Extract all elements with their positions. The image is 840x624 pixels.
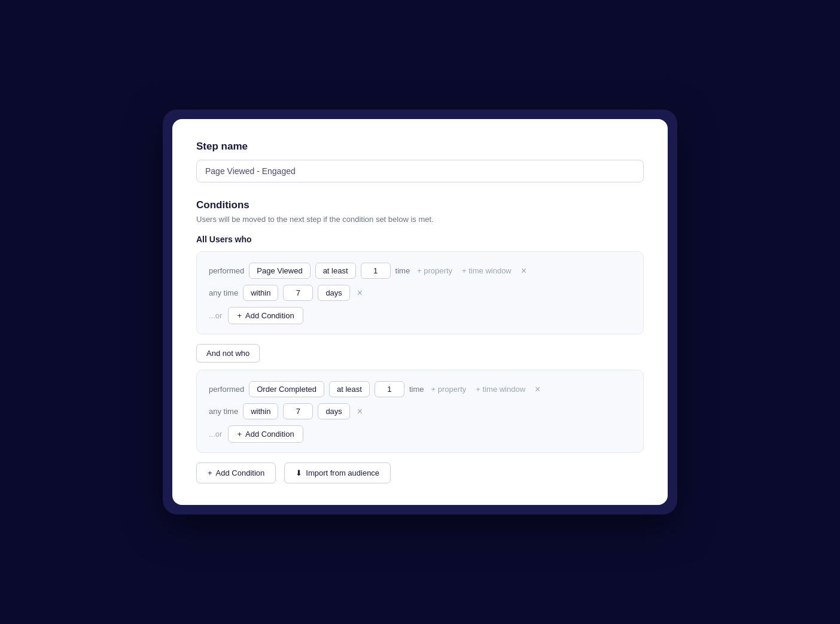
- time-window-link-2[interactable]: + time window: [473, 385, 528, 394]
- bottom-actions: + Add Condition ⬇ Import from audience: [196, 462, 644, 483]
- performed-label-1: performed: [209, 266, 244, 275]
- add-condition-btn-2[interactable]: + Add Condition: [228, 425, 303, 443]
- conditions-heading: Conditions: [196, 199, 644, 211]
- or-row-1: ...or + Add Condition: [209, 307, 631, 324]
- plus-icon-1: +: [237, 311, 242, 320]
- within-btn-2[interactable]: within: [243, 403, 278, 419]
- time-row-1: any time within days ×: [209, 285, 631, 301]
- time-label-2: time: [409, 385, 424, 394]
- step-name-label: Step name: [196, 141, 644, 153]
- remove-time-2[interactable]: ×: [357, 406, 363, 417]
- condition-row-2: performed Order Completed at least time …: [209, 381, 631, 397]
- bottom-add-condition-label: Add Condition: [216, 468, 265, 477]
- add-condition-btn-1[interactable]: + Add Condition: [228, 307, 303, 324]
- plus-icon-bottom: +: [208, 468, 212, 477]
- add-condition-text-2: Add Condition: [245, 430, 294, 439]
- count-input-1[interactable]: [361, 263, 391, 279]
- all-users-label: All Users who: [196, 235, 644, 244]
- any-time-label-1: any time: [209, 288, 238, 297]
- days-count-input-2[interactable]: [283, 403, 313, 419]
- performed-label-2: performed: [209, 385, 244, 394]
- any-time-label-2: any time: [209, 407, 238, 416]
- time-window-link-1[interactable]: + time window: [459, 266, 514, 275]
- download-icon: ⬇: [296, 468, 302, 477]
- plus-icon-2: +: [237, 430, 242, 439]
- days-count-input-1[interactable]: [283, 285, 313, 301]
- frequency-btn-1[interactable]: at least: [315, 263, 356, 279]
- remove-time-1[interactable]: ×: [357, 288, 363, 299]
- conditions-desc: Users will be moved to the next step if …: [196, 215, 644, 224]
- remove-condition-2[interactable]: ×: [535, 384, 540, 395]
- time-label-1: time: [395, 266, 410, 275]
- or-row-2: ...or + Add Condition: [209, 425, 631, 443]
- property-link-1[interactable]: + property: [415, 266, 455, 275]
- card: Step name Conditions Users will be moved…: [172, 119, 668, 505]
- time-row-2: any time within days ×: [209, 403, 631, 419]
- import-label: Import from audience: [306, 468, 379, 477]
- days-btn-2[interactable]: days: [318, 403, 349, 419]
- condition-block-1: performed Page Viewed at least time + pr…: [196, 251, 644, 334]
- or-label-1: ...or: [209, 311, 222, 320]
- event-btn-2[interactable]: Order Completed: [249, 381, 324, 397]
- outer-wrapper: Step name Conditions Users will be moved…: [163, 109, 677, 515]
- bottom-add-condition-btn[interactable]: + Add Condition: [196, 462, 276, 483]
- within-btn-1[interactable]: within: [243, 285, 278, 301]
- add-condition-text-1: Add Condition: [245, 311, 294, 320]
- or-label-2: ...or: [209, 430, 222, 439]
- count-input-2[interactable]: [375, 381, 404, 397]
- remove-condition-1[interactable]: ×: [521, 266, 526, 276]
- step-name-input[interactable]: [196, 160, 644, 182]
- frequency-btn-2[interactable]: at least: [329, 381, 370, 397]
- import-from-audience-btn[interactable]: ⬇ Import from audience: [284, 462, 391, 483]
- days-btn-1[interactable]: days: [318, 285, 349, 301]
- property-link-2[interactable]: + property: [428, 385, 468, 394]
- condition-block-2: performed Order Completed at least time …: [196, 370, 644, 453]
- event-btn-1[interactable]: Page Viewed: [249, 263, 310, 279]
- and-not-who-btn[interactable]: And not who: [196, 344, 260, 363]
- condition-row-1: performed Page Viewed at least time + pr…: [209, 263, 631, 279]
